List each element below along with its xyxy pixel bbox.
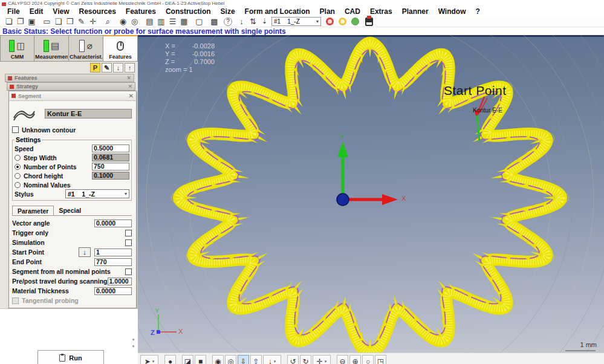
start-point-field[interactable]: 1 <box>94 249 132 256</box>
rotate-left-icon[interactable]: ↺ <box>287 355 299 364</box>
tab-measurement[interactable]: ▤ Measuremen... <box>34 35 69 62</box>
axis-view-icon[interactable]: ✛▾ <box>313 355 331 364</box>
tab-parameter[interactable]: Parameter <box>12 206 54 215</box>
swap-start-end-button[interactable]: ↓ <box>79 247 91 257</box>
probe-qualify-icon[interactable]: ⇣ <box>259 16 270 27</box>
probe-change-a-icon[interactable]: ◉ <box>117 16 129 27</box>
menu-resources[interactable]: Resources <box>74 7 120 16</box>
close-icon[interactable]: ✕ <box>128 83 132 89</box>
probe-move-icon[interactable]: ⇧ <box>250 355 262 364</box>
speed-field[interactable]: 0.5000 <box>92 145 129 152</box>
segment-nominal-row: Segment from all nominal points <box>12 267 132 276</box>
number-of-points-field[interactable]: 750 <box>92 163 129 171</box>
view-camera-b-icon[interactable]: ◎ <box>225 355 236 364</box>
arrow-down-button[interactable]: ↓ <box>113 63 123 73</box>
open-file-icon[interactable]: ❐ <box>15 16 26 27</box>
tab-features[interactable]: Features <box>103 35 138 62</box>
contour-name-field[interactable]: Kontur E-E <box>45 109 132 119</box>
cursor-select-icon[interactable]: ➤▾ <box>140 355 158 364</box>
help-icon[interactable]: ? <box>224 18 232 26</box>
zoom-search-icon[interactable]: ⌕ <box>102 16 114 27</box>
nominal-values-radio[interactable] <box>15 182 21 188</box>
vector-angle-field[interactable]: 0.0000 <box>94 219 132 227</box>
fit-view-icon[interactable]: ◳ <box>375 355 386 364</box>
close-icon[interactable]: ✕ <box>126 75 131 81</box>
left-panel: ◫ CMM ▤ Measuremen... ⌀ Characterist... … <box>0 35 138 364</box>
menu-edit[interactable]: Edit <box>25 7 48 16</box>
menu-view[interactable]: View <box>48 7 74 16</box>
probe-down-icon[interactable]: ↓ <box>236 16 247 27</box>
scroll-down-icon[interactable]: ▾ <box>130 337 137 343</box>
run-button[interactable]: Run <box>37 350 104 364</box>
view-camera-a-icon[interactable]: ◉ <box>212 355 224 364</box>
menu-construction[interactable]: Construction <box>161 7 216 16</box>
clipboard-icon[interactable]: ▢ <box>193 16 205 27</box>
report-list-icon[interactable]: ☰ <box>167 16 178 27</box>
step-width-radio[interactable] <box>15 155 21 161</box>
zoom-window-icon[interactable]: ○ <box>362 355 374 364</box>
tab-cmm[interactable]: ◫ CMM <box>0 35 34 62</box>
copy-page-icon[interactable]: ❑ <box>53 16 64 27</box>
menu-plan[interactable]: Plan <box>315 7 340 16</box>
unknown-contour-checkbox[interactable] <box>12 126 19 133</box>
move-rotate-icon[interactable]: ✛ <box>87 16 99 27</box>
window-segment-caption[interactable]: Segment ✕ <box>9 91 136 101</box>
tab-characteristics[interactable]: ⌀ Characterist... <box>69 35 103 62</box>
title-bar: CALYPSO 2024 Copyright © Carl Zeiss Indu… <box>0 0 604 6</box>
save-icon[interactable]: ▣ <box>26 16 37 27</box>
zoom-out-icon[interactable]: ⊖ <box>337 355 348 364</box>
brush-icon[interactable]: ✎ <box>76 16 87 27</box>
panel-bottom-area: ▾ ▾ Run <box>0 308 138 364</box>
selection-frame-icon[interactable]: ▭ <box>41 16 53 27</box>
point-mode-button[interactable]: P <box>90 63 100 73</box>
segment-nominal-checkbox[interactable] <box>125 268 132 275</box>
end-point-field[interactable]: 770 <box>94 258 132 266</box>
print-icon[interactable]: ▤ <box>144 16 155 27</box>
menu-form-and-location[interactable]: Form and Location <box>240 7 315 16</box>
settings-group: Settings Speed 0.5000 Step Width 0.0681 <box>12 136 132 201</box>
status-bar: Basic Status: Select function or probe f… <box>0 27 604 35</box>
menu-extras[interactable]: Extras <box>365 7 397 16</box>
prepost-travel-field[interactable]: 1.0000 <box>108 278 132 285</box>
window-features-caption[interactable]: Features ✕ <box>5 74 134 82</box>
window-strategy-caption[interactable]: Strategy ✕ <box>7 82 135 91</box>
arrow-up-button[interactable]: ↑ <box>125 63 135 73</box>
menu-features[interactable]: Features <box>121 7 161 16</box>
probe-small-icon[interactable]: ↓▾ <box>263 355 281 364</box>
cad-viewport[interactable]: X =-0.0028 Y =-0.0016 Z =0.7000 zoom = 1… <box>138 35 604 364</box>
menu-help[interactable]: ? <box>471 7 485 16</box>
cad-solid-icon[interactable]: ■ <box>195 355 206 364</box>
probe-updown-icon[interactable]: ⇅ <box>247 16 259 27</box>
close-icon[interactable]: ✕ <box>129 93 134 99</box>
rotate-right-icon[interactable]: ↻ <box>300 355 311 364</box>
probe-select-dropdown[interactable]: #1 1_-Z ▾ <box>271 17 321 26</box>
viewport-toolbar: ➤▾ ● ◪ ■ ◉ ◎ ⇩ ⇧ ↓▾ ↺ ↻ ✛▾ ⊖ ⊕ ○ ◳ <box>138 353 604 364</box>
trigger-only-row: Trigger only <box>12 228 132 238</box>
copy-filled-icon[interactable]: ❒ <box>64 16 76 27</box>
menu-planner[interactable]: Planner <box>397 7 434 16</box>
trigger-only-checkbox[interactable] <box>125 230 132 236</box>
scroll-down-icon[interactable]: ▾ <box>130 343 137 349</box>
menu-cad[interactable]: CAD <box>340 7 365 16</box>
menu-size[interactable]: Size <box>216 7 240 16</box>
measurement-status-bar-icon <box>44 40 49 52</box>
menu-window[interactable]: Window <box>434 7 471 16</box>
tab-special[interactable]: Special <box>54 206 86 215</box>
new-file-icon[interactable]: ❏ <box>3 16 15 27</box>
copy-list-icon[interactable]: ▦ <box>178 16 190 27</box>
pen-button[interactable]: ✎ <box>102 63 112 73</box>
number-of-points-radio[interactable] <box>15 164 21 170</box>
stylus-dropdown[interactable]: #1 1_-Z ▾ <box>65 189 129 198</box>
probe-sphere-icon[interactable]: ● <box>164 355 176 364</box>
chord-height-radio[interactable] <box>15 173 21 179</box>
menu-file[interactable]: File <box>2 7 25 16</box>
delete-icon[interactable]: ▥ <box>155 16 167 27</box>
probe-position-icon[interactable]: ⇩ <box>238 355 249 364</box>
window-icon <box>10 85 14 89</box>
zoom-in-icon[interactable]: ⊕ <box>349 355 361 364</box>
material-thickness-field[interactable]: 0.0000 <box>94 287 132 295</box>
probe-change-b-icon[interactable]: ◎ <box>129 16 140 27</box>
report-book-icon[interactable]: ▩ <box>209 16 220 27</box>
cad-view-icon[interactable]: ◪ <box>182 355 193 364</box>
simulation-checkbox[interactable] <box>125 239 132 246</box>
